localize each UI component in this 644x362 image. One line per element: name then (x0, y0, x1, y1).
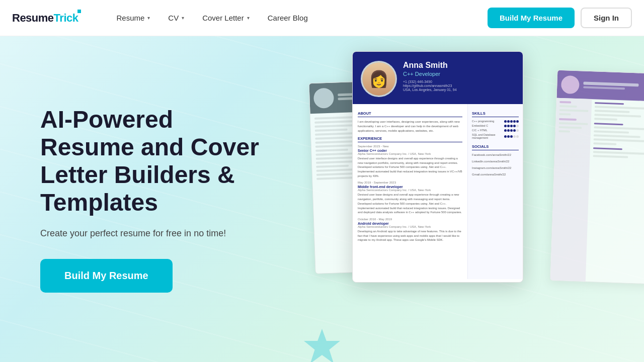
hero-heading: AI-Powered Resume and Cover Letter Build… (40, 106, 262, 217)
resume-socials-title: Socials (472, 144, 519, 150)
resume-back-avatar (313, 88, 334, 109)
skill-2-dots (504, 125, 519, 127)
exp-2-title: Middle front-end developer (358, 185, 462, 189)
logo-text-resume: Resume (12, 12, 54, 25)
nav-links: Resume ▾ CV ▾ Cover Letter ▾ Career Blog (108, 10, 488, 26)
dot3 (510, 135, 513, 138)
dot5 (516, 120, 519, 123)
social-2: LinkedIn.com/annaSmith/22 (472, 159, 519, 164)
right-name-line (583, 81, 639, 86)
resume-card-right (550, 70, 644, 285)
exp-3-period: October 2016 - May 2019 (358, 218, 462, 221)
dot1 (504, 135, 507, 138)
navbar: Resume Trick Resume ▾ CV ▾ Cover Letter … (0, 0, 644, 36)
skill-4-label: SQL and Database management (472, 133, 504, 139)
cv-chevron-icon: ▾ (182, 15, 184, 21)
resume-website: https://github.com/annasmith23 (403, 84, 515, 87)
hero-build-button[interactable]: Build My Resume (40, 259, 173, 293)
dot4 (513, 125, 516, 127)
resume-summary: I am developing user interfaces, designi… (358, 120, 462, 133)
signin-button[interactable]: Sign In (581, 8, 632, 28)
resume-exp-2: May 2019 - September 2023 Middle front-e… (358, 181, 462, 214)
exp-3-title: Android developer (358, 222, 462, 225)
logo-text-trick: Trick (54, 12, 78, 24)
dot1 (504, 125, 507, 127)
resume-right-body (550, 98, 644, 284)
navbar-build-button[interactable]: Build My Resume (488, 8, 575, 28)
avatar-face: 👩 (362, 62, 395, 96)
dot1 (504, 120, 507, 123)
resume-main-content: About I am developing user interfaces, d… (353, 104, 467, 279)
resume-name-block: Anna Smith C++ Developer +1 (332) 446-34… (403, 61, 515, 92)
cover-letter-chevron-icon: ▾ (247, 15, 250, 21)
dot2 (507, 129, 510, 132)
exp-3-desc: Developing an Android app to take advant… (358, 229, 462, 242)
resume-preview-area: 👩 Anna Smith C++ Developer +1 (332) 446-… (312, 51, 644, 353)
resume-chevron-icon: ▾ (147, 15, 150, 21)
dot3 (510, 120, 513, 123)
resume-skills-title: Skills (472, 111, 519, 117)
resume-main-body: About I am developing user interfaces, d… (353, 104, 523, 279)
resume-exp-3: October 2016 - May 2019 Android develope… (358, 218, 462, 242)
exp-2-company: Alpha Semiconductors Company Inc. / USA,… (358, 189, 462, 192)
dot4 (513, 120, 516, 123)
skill-1-label: C++ programming (472, 120, 494, 123)
resume-email: +1 (332) 446-3490 (403, 80, 515, 83)
hero-subtext: Create your perfect resume for free in n… (40, 228, 262, 239)
nav-cv[interactable]: CV ▾ (160, 10, 192, 26)
resume-name: Anna Smith (403, 61, 515, 70)
resume-exp-1: September 2023 - New Senior C++ coder Al… (358, 145, 462, 178)
dot3 (510, 125, 513, 127)
skill-4-dots (504, 135, 519, 138)
resume-right-main (586, 99, 644, 284)
hero-content: AI-Powered Resume and Cover Letter Build… (0, 75, 302, 323)
skill-2-label: Embedded C (472, 124, 488, 127)
exp-1-period: September 2023 - New (358, 145, 462, 148)
resume-right-header (556, 70, 644, 102)
dot1 (504, 129, 507, 132)
exp-2-period: May 2019 - September 2023 (358, 181, 462, 184)
dot2 (507, 135, 510, 138)
social-3: Instagram.com/annaSmith/22 (472, 166, 519, 170)
resume-main-header: 👩 Anna Smith C++ Developer +1 (332) 446-… (353, 52, 523, 104)
exp-1-desc: Devised user interface designs and overa… (358, 156, 462, 178)
exp-1-title: Senior C++ coder (358, 149, 462, 152)
nav-cover-letter[interactable]: Cover Letter ▾ (194, 10, 258, 26)
skill-3: C/C + HTML (472, 129, 519, 132)
skill-4: SQL and Database management (472, 133, 519, 139)
dot5 (516, 135, 519, 138)
exp-1-company: Alpha Semiconductors Company Inc. / USA,… (358, 152, 462, 155)
dot5 (516, 129, 519, 132)
logo-dot (77, 10, 81, 13)
skill-1-dots (504, 120, 519, 123)
dot4 (513, 135, 516, 138)
social-4: Gmail.com/annaSmith/22 (472, 172, 519, 177)
skill-3-dots (504, 129, 519, 132)
skill-2: Embedded C (472, 124, 519, 127)
hero-section: AI-Powered Resume and Cover Letter Build… (0, 36, 644, 362)
dot2 (507, 120, 510, 123)
resume-avatar: 👩 (361, 61, 397, 97)
dot2 (507, 125, 510, 127)
dot3 (510, 129, 513, 132)
resume-card-main: 👩 Anna Smith C++ Developer +1 (332) 446-… (352, 51, 523, 283)
social-1: Facebook.com/annaSmith/22 (472, 153, 519, 157)
resume-right-sidebar (550, 98, 592, 282)
nav-resume[interactable]: Resume ▾ (108, 10, 158, 26)
logo[interactable]: Resume Trick (12, 12, 78, 25)
resume-right-avatar (561, 75, 580, 94)
right-title-line (583, 86, 625, 89)
skill-1: C++ programming (472, 120, 519, 123)
exp-3-company: Alpha Semiconductors Company Inc. / USA,… (358, 225, 462, 228)
dot4 (513, 129, 516, 132)
svg-marker-0 (304, 329, 340, 362)
resume-right-name-block (583, 81, 644, 90)
exp-2-desc: Devised user base designs and overall ap… (358, 193, 462, 214)
star-decoration (302, 327, 342, 362)
resume-about-title: About (358, 111, 462, 117)
nav-career-blog[interactable]: Career Blog (260, 10, 316, 26)
resume-job-title: C++ Developer (403, 71, 515, 77)
resume-sidebar: Skills C++ programming Embedded C (467, 104, 523, 279)
dot5 (516, 125, 519, 127)
resume-experience-title: Experience (358, 136, 462, 142)
